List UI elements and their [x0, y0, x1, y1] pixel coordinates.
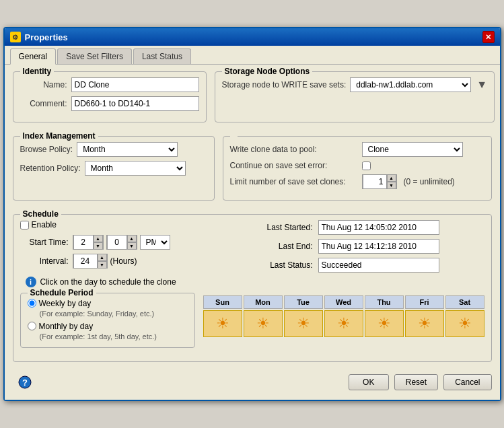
minute-up-btn[interactable]: ▲ — [127, 235, 137, 242]
retention-policy-select[interactable]: Month Week Year Indefinite — [85, 161, 186, 176]
write-spacer — [230, 131, 238, 141]
time-spinner-group: ▲ ▼ ▲ ▼ — [73, 235, 170, 250]
enable-row: Enable — [20, 220, 246, 229]
hour-input[interactable] — [73, 235, 94, 250]
schedule-section: Schedule Enable Start Time: — [13, 214, 492, 362]
comment-label: Comment: — [20, 99, 67, 108]
limit-label: Limit number of save set clones: — [230, 177, 358, 186]
main-content: Identity Name: Comment: Storage Node Opt… — [5, 65, 500, 400]
day-icon-fri: ☀ — [418, 315, 431, 332]
day-cell-sat[interactable]: ☀ — [445, 310, 484, 337]
monthly-radio-row: Monthly by day — [28, 322, 188, 331]
name-row: Name: — [20, 77, 199, 92]
limit-up-btn[interactable]: ▲ — [387, 174, 396, 182]
close-button[interactable]: ✕ — [482, 31, 495, 43]
start-time-label: Start Time: — [20, 238, 69, 247]
limit-hint: (0 = unlimited) — [404, 177, 455, 186]
minute-input[interactable] — [107, 235, 127, 250]
interval-group: ▲ ▼ (Hours) — [73, 254, 137, 269]
day-icon-mon: ☀ — [256, 315, 270, 332]
identity-section: Identity Name: Comment: — [13, 71, 207, 122]
continue-label: Continue on save set error: — [230, 161, 358, 170]
interval-row: Interval: ▲ ▼ (Hours) — [20, 254, 246, 269]
limit-spinner: ▲ ▼ — [362, 174, 397, 189]
buttons-row: ? OK Reset Cancel — [13, 369, 492, 393]
tab-last-status[interactable]: Last Status — [133, 48, 191, 64]
day-cell-thu[interactable]: ☀ — [365, 310, 404, 337]
day-cell-wed[interactable]: ☀ — [324, 310, 363, 337]
day-icon-sat: ☀ — [458, 315, 472, 332]
window-title: Properties — [25, 32, 68, 42]
last-status-label: Last Status: — [259, 260, 313, 270]
day-icon-sun: ☀ — [216, 315, 229, 332]
reset-button[interactable]: Reset — [394, 374, 438, 390]
title-bar: ⚙ Properties ✕ — [5, 28, 500, 46]
weekly-radio-row: Weekly by day — [28, 299, 188, 308]
last-status-input — [318, 258, 439, 273]
middle-sections: Index Management Browse Policy: Month We… — [13, 136, 492, 207]
last-started-row: Last Started: — [259, 220, 484, 235]
ampm-select[interactable]: AM PM — [140, 235, 170, 250]
day-cell-sun[interactable]: ☀ — [203, 310, 242, 337]
last-end-input — [318, 239, 439, 254]
hour-up-btn[interactable]: ▲ — [94, 235, 103, 242]
comment-input[interactable] — [71, 96, 199, 111]
schedule-title: Schedule — [20, 209, 61, 219]
name-input[interactable] — [71, 77, 199, 92]
last-started-label: Last Started: — [259, 223, 313, 232]
info-row: i Click on the day to schedule the clone — [20, 277, 484, 287]
clone-pool-select[interactable]: Clone Default Archive — [362, 142, 463, 157]
day-icon-wed: ☀ — [337, 315, 351, 332]
bottom-area: Schedule Period Weekly by day (For examp… — [20, 293, 484, 355]
node-dropdown-icon[interactable]: ▼ — [476, 79, 487, 91]
interval-input[interactable] — [73, 254, 98, 269]
index-management-section: Index Management Browse Policy: Month We… — [13, 136, 215, 201]
svg-text:?: ? — [22, 378, 28, 388]
day-header-mon: Mon — [244, 295, 283, 309]
continue-error-row: Continue on save set error: — [230, 161, 484, 170]
help-icon[interactable]: ? — [13, 374, 343, 390]
day-icon-thu: ☀ — [377, 315, 391, 332]
interval-up-btn[interactable]: ▲ — [98, 254, 107, 261]
tab-general[interactable]: General — [10, 48, 57, 65]
minute-spinner: ▲ ▼ — [106, 235, 137, 250]
schedule-inner: Enable Start Time: ▲ ▼ — [20, 220, 484, 277]
interval-down-btn[interactable]: ▼ — [98, 261, 107, 269]
tab-bar: General Save Set Filters Last Status — [5, 46, 500, 65]
storage-node-select[interactable]: ddlab-nw1.ddlab.com — [350, 77, 471, 92]
monthly-radio[interactable] — [28, 322, 36, 330]
day-header-sun: Sun — [203, 295, 242, 309]
day-cell-mon[interactable]: ☀ — [244, 310, 283, 337]
ok-button[interactable]: OK — [349, 374, 389, 390]
browse-policy-select[interactable]: Month Week Year Indefinite — [77, 142, 178, 157]
hour-down-btn[interactable]: ▼ — [94, 242, 103, 250]
day-cell-fri[interactable]: ☀ — [405, 310, 444, 337]
enable-checkbox[interactable] — [20, 221, 29, 229]
day-header-wed: Wed — [324, 295, 363, 309]
window-icon: ⚙ — [10, 32, 21, 42]
monthly-sub: (For example: 1st day, 5th day, etc.) — [40, 332, 188, 341]
weekly-radio[interactable] — [28, 299, 36, 308]
interval-label: Interval: — [20, 256, 69, 266]
tab-save-set-filters[interactable]: Save Set Filters — [57, 48, 132, 64]
cancel-button[interactable]: Cancel — [443, 374, 491, 390]
limit-input[interactable] — [363, 174, 387, 189]
day-cell-tue[interactable]: ☀ — [284, 310, 323, 337]
limit-down-btn[interactable]: ▼ — [387, 182, 396, 189]
day-header-fri: Fri — [405, 295, 444, 309]
calendar-grid: Sun Mon Tue Wed Thu Fri Sat ☀ ☀ ☀ ☀ ☀ ☀ … — [203, 295, 484, 337]
info-text: Click on the day to schedule the clone — [40, 277, 176, 287]
comment-row: Comment: — [20, 96, 199, 111]
minute-down-btn[interactable]: ▼ — [127, 242, 137, 250]
top-sections: Identity Name: Comment: Storage Node Opt… — [13, 71, 492, 129]
storage-node-section: Storage Node Options Storage node to WRI… — [215, 71, 495, 122]
enable-label: Enable — [32, 220, 57, 229]
properties-window: ⚙ Properties ✕ General Save Set Filters … — [3, 27, 501, 401]
browse-policy-row: Browse Policy: Month Week Year Indefinit… — [20, 142, 207, 157]
day-header-sat: Sat — [445, 295, 484, 309]
limit-clones-row: Limit number of save set clones: ▲ ▼ (0 … — [230, 174, 484, 189]
last-status-row: Last Status: — [259, 258, 484, 273]
hour-spinner: ▲ ▼ — [73, 235, 104, 250]
last-end-label: Last End: — [259, 242, 313, 251]
continue-error-checkbox[interactable] — [362, 162, 371, 170]
